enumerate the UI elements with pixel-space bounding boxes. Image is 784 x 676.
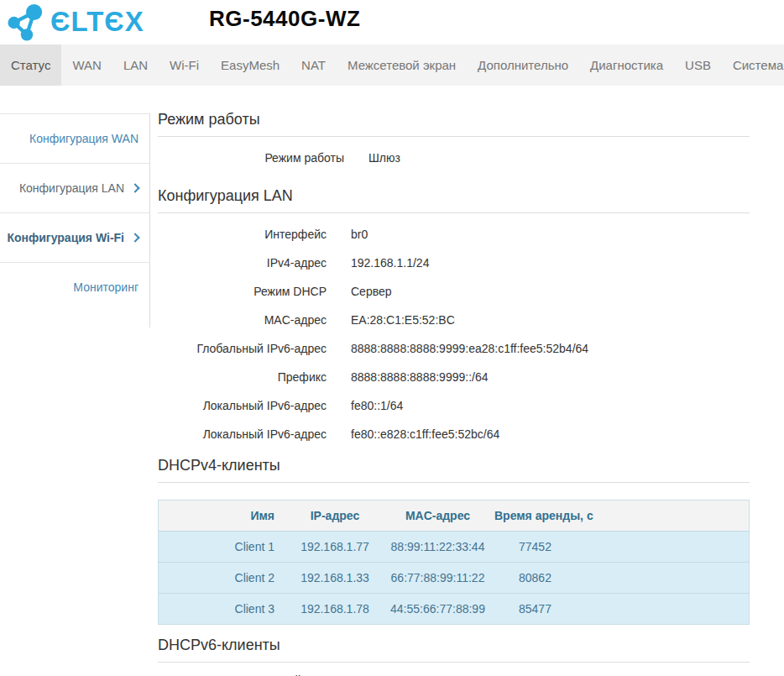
client-ip: 192.168.1.78: [285, 593, 385, 624]
col-header-lease: Время аренды, с: [490, 500, 749, 531]
section-title-dhcpv6: DHCPv6-клиенты: [158, 637, 750, 663]
kv-value: Сервер: [351, 285, 392, 298]
client-lease: 85477: [490, 593, 749, 624]
tab-status[interactable]: Статус: [0, 45, 61, 86]
kv-row: IPv4-адрес 192.168.1.1/24: [158, 249, 750, 277]
tab-lan[interactable]: LAN: [112, 45, 159, 86]
sidebar-item-label: Конфигурация WAN: [29, 132, 139, 145]
kv-label: Локальный IPv6-адрес: [158, 427, 327, 441]
dhcpv4-clients-table: Имя IP-адрес MAC-адрес Время аренды, с C…: [158, 500, 750, 625]
sidebar-item-monitoring[interactable]: Мониторинг: [0, 262, 149, 312]
client-name: Client 1: [159, 531, 285, 562]
chevron-right-icon: [130, 183, 139, 192]
kv-row: Глобальный IPv6-адрес 8888:8888:8888:999…: [158, 334, 750, 363]
kv-value: fe80::e828:c1ff:fee5:52bc/64: [351, 427, 499, 441]
table-header-row: Имя IP-адрес MAC-адрес Время аренды, с: [159, 500, 749, 531]
table-row: Client 2 192.168.1.33 66:77:88:99:11:22 …: [159, 562, 749, 593]
kv-label: IPv4-адрес: [158, 256, 327, 270]
sidebar-item-wan-config[interactable]: Конфигурация WAN: [0, 113, 149, 163]
logo-wordmark: ЄLTЄX: [50, 3, 144, 41]
tab-usb[interactable]: USB: [674, 45, 722, 86]
sidebar-item-label: Конфигурация LAN: [19, 181, 124, 195]
kv-value: EA:28:C1:E5:52:BC: [351, 313, 455, 327]
lan-rows: Интерфейс br0 IPv4-адрес 192.168.1.1/24 …: [158, 213, 750, 453]
table-row: Client 3 192.168.1.78 44:55:66:77:88:99 …: [159, 593, 749, 624]
kv-row: Префикс 8888:8888:8888:9999::/64: [158, 363, 750, 391]
client-name: Client 3: [159, 593, 285, 624]
sidebar-item-label: Конфигурация Wi-Fi: [7, 231, 124, 244]
section-title-mode: Режим работы: [158, 111, 750, 137]
client-mac: 88:99:11:22:33:44: [385, 531, 490, 562]
client-ip: 192.168.1.77: [285, 531, 385, 562]
kv-label: Глобальный IPv6-адрес: [158, 342, 327, 355]
client-lease: 77452: [490, 531, 749, 562]
section-title-lan: Конфигурация LAN: [158, 187, 750, 213]
kv-row: Интерфейс br0: [158, 220, 750, 249]
tab-nat[interactable]: NAT: [290, 45, 337, 86]
tab-diagnostics[interactable]: Диагностика: [579, 45, 674, 86]
device-model-title: RG-5440G-WZ: [209, 6, 360, 32]
client-lease: 80862: [490, 562, 749, 593]
kv-value: Шлюз: [368, 151, 400, 165]
main-content: Режим работы Режим работы Шлюз Конфигура…: [150, 86, 784, 676]
table-row: Client 1 192.168.1.77 88:99:11:22:33:44 …: [159, 531, 749, 562]
kv-label: MAC-адрес: [158, 313, 327, 327]
col-header-mac: MAC-адрес: [385, 500, 490, 531]
tab-easymesh[interactable]: EasyMesh: [210, 45, 290, 86]
kv-value: fe80::1/64: [351, 399, 403, 412]
kv-label: Префикс: [158, 370, 327, 384]
tab-system[interactable]: Система: [722, 45, 784, 86]
kv-label: Интерфейс: [158, 228, 327, 241]
kv-value: 8888:8888:8888:9999:ea28:c1ff:fee5:52b4/…: [351, 342, 588, 355]
tab-wan[interactable]: WAN: [61, 45, 112, 86]
client-name: Client 2: [159, 562, 285, 593]
section-title-dhcpv4: DHCPv4-клиенты: [158, 457, 750, 483]
sidebar-item-wifi-config[interactable]: Конфигурация Wi-Fi: [0, 212, 149, 262]
top-tabbar: Статус WAN LAN Wi-Fi EasyMesh NAT Межсет…: [0, 45, 784, 86]
kv-value: 8888:8888:8888:9999::/64: [351, 370, 489, 384]
kv-label: Локальный IPv6-адрес: [158, 399, 327, 412]
eltex-molecule-icon: [7, 3, 45, 41]
chevron-right-icon: [130, 233, 139, 242]
tab-advanced[interactable]: Дополнительно: [467, 45, 579, 86]
kv-row: Режим работы Шлюз: [158, 144, 750, 172]
kv-label: Режим работы: [158, 151, 344, 165]
client-ip: 192.168.1.33: [285, 562, 385, 593]
sidebar-item-label: Мониторинг: [73, 280, 139, 294]
eltex-logo: ЄLTЄX: [7, 3, 144, 41]
kv-row: MAC-адрес EA:28:C1:E5:52:BC: [158, 306, 750, 334]
client-mac: 44:55:66:77:88:99: [385, 593, 490, 624]
tab-wifi[interactable]: Wi-Fi: [159, 45, 210, 86]
app-header: ЄLTЄX RG-5440G-WZ: [0, 0, 784, 45]
kv-label: Режим DHCP: [158, 285, 327, 298]
col-header-name: Имя: [159, 500, 285, 531]
kv-value: br0: [351, 228, 368, 241]
kv-row: Локальный IPv6-адрес fe80::e828:c1ff:fee…: [158, 420, 750, 448]
kv-value: 192.168.1.1/24: [351, 256, 429, 270]
tab-firewall[interactable]: Межсетевой экран: [337, 45, 467, 86]
col-header-ip: IP-адрес: [285, 500, 385, 531]
status-sidebar: Конфигурация WAN Конфигурация LAN Конфиг…: [0, 86, 150, 676]
sidebar-menu: Конфигурация WAN Конфигурация LAN Конфиг…: [0, 113, 150, 328]
mode-rows: Режим работы Шлюз: [158, 137, 750, 177]
kv-row: Режим DHCP Сервер: [158, 277, 750, 306]
kv-row: Локальный IPv6-адрес fe80::1/64: [158, 391, 750, 420]
sidebar-item-lan-config[interactable]: Конфигурация LAN: [0, 163, 149, 212]
client-mac: 66:77:88:99:11:22: [385, 562, 490, 593]
